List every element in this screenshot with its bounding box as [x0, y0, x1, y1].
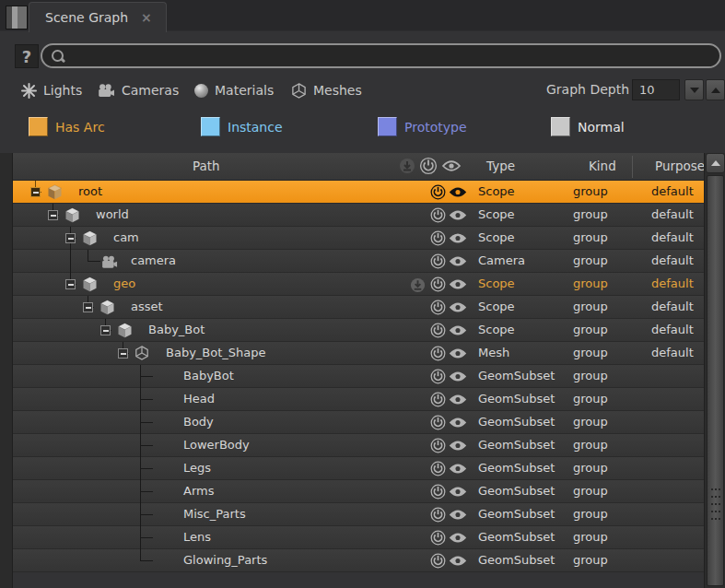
- tree-row[interactable]: LowerBody GeomSubsetgroup: [13, 434, 704, 457]
- expander-toggle[interactable]: [100, 325, 111, 335]
- row-path-label: camera: [131, 253, 176, 267]
- tree-row[interactable]: asset Scopegroupdefault: [13, 296, 704, 319]
- chevron-down-icon: [690, 88, 699, 93]
- kind-cell: group: [573, 276, 608, 290]
- filter-lights[interactable]: Lights: [21, 80, 82, 100]
- column-header-type[interactable]: Type: [486, 159, 515, 173]
- tab-close-icon[interactable]: ×: [141, 10, 152, 25]
- tree-row[interactable]: Misc_Parts GeomSubsetgroup: [13, 503, 704, 526]
- power-icon[interactable]: [430, 184, 446, 203]
- row-path-label: Arms: [183, 484, 214, 498]
- expander-toggle[interactable]: [118, 348, 128, 359]
- power-icon[interactable]: [430, 553, 446, 571]
- eye-icon[interactable]: [449, 255, 467, 270]
- eye-icon[interactable]: [449, 440, 467, 454]
- tree-left-gutter: [0, 153, 13, 588]
- tree-row[interactable]: camera Cameragroupdefault: [13, 250, 704, 273]
- tree-row[interactable]: BabyBot GeomSubsetgroup: [13, 365, 704, 388]
- eye-icon[interactable]: [449, 417, 467, 431]
- tree-row[interactable]: Body GeomSubsetgroup: [13, 411, 704, 434]
- tree-row[interactable]: Baby_Bot_Shape Meshgroupdefault: [13, 342, 704, 365]
- scrollbar-thumb[interactable]: [707, 175, 724, 586]
- filter-materials[interactable]: Materials: [194, 80, 274, 100]
- tree-row[interactable]: Lens GeomSubsetgroup: [13, 526, 704, 549]
- power-icon[interactable]: [430, 300, 446, 318]
- power-icon[interactable]: [430, 530, 446, 548]
- tree-row[interactable]: Legs GeomSubsetgroup: [13, 457, 704, 480]
- eye-icon[interactable]: [449, 555, 467, 570]
- tree-row[interactable]: Arms GeomSubsetgroup: [13, 480, 704, 503]
- power-icon[interactable]: [430, 438, 446, 456]
- tree-row[interactable]: world Scopegroupdefault: [13, 204, 704, 227]
- kind-cell: group: [573, 438, 608, 452]
- expander-toggle[interactable]: [65, 279, 76, 289]
- eye-icon[interactable]: [449, 370, 467, 385]
- help-button[interactable]: ?: [15, 44, 39, 68]
- expander-toggle[interactable]: [83, 302, 93, 312]
- purpose-cell: default: [651, 276, 694, 290]
- graph-depth-field[interactable]: 10: [632, 79, 680, 100]
- power-icon[interactable]: [430, 392, 446, 410]
- load-icon[interactable]: [409, 276, 427, 297]
- pane-layout-icon[interactable]: [6, 6, 28, 29]
- graph-depth-decrement-button[interactable]: [684, 79, 704, 100]
- search-input[interactable]: [65, 49, 719, 63]
- power-icon[interactable]: [430, 230, 446, 249]
- eye-icon[interactable]: [449, 278, 467, 293]
- expander-toggle[interactable]: [48, 210, 58, 220]
- column-header-kind[interactable]: Kind: [589, 159, 616, 173]
- eye-icon[interactable]: [449, 209, 467, 224]
- tree-row[interactable]: geo Scopegroupdefault: [13, 273, 704, 296]
- tree-row[interactable]: Head GeomSubsetgroup: [13, 388, 704, 411]
- power-icon[interactable]: [430, 346, 446, 364]
- search-box[interactable]: [41, 43, 721, 68]
- filter-meshes-label: Meshes: [313, 83, 362, 98]
- type-cell: GeomSubset: [478, 461, 555, 475]
- eye-icon[interactable]: [449, 532, 467, 547]
- kind-cell: group: [573, 484, 608, 498]
- scroll-up-button[interactable]: [706, 153, 725, 173]
- power-icon[interactable]: [430, 369, 446, 387]
- tab-scene-graph[interactable]: Scene Graph ×: [29, 2, 167, 32]
- eye-icon[interactable]: [449, 347, 467, 362]
- chevron-up-icon: [711, 88, 720, 93]
- tree-row[interactable]: root Scopegroupdefault: [13, 181, 704, 204]
- kind-cell: group: [573, 207, 608, 221]
- power-icon[interactable]: [430, 323, 446, 341]
- tree-row[interactable]: Baby_Bot Scopegroupdefault: [13, 319, 704, 342]
- eye-icon[interactable]: [449, 394, 467, 408]
- eye-icon[interactable]: [449, 301, 467, 316]
- eye-icon[interactable]: [449, 186, 467, 201]
- power-icon[interactable]: [430, 276, 446, 295]
- eye-icon[interactable]: [449, 232, 467, 247]
- expander-toggle[interactable]: [30, 187, 41, 197]
- power-icon[interactable]: [430, 415, 446, 433]
- kind-cell: group: [573, 461, 608, 475]
- eye-icon[interactable]: [449, 324, 467, 339]
- power-icon[interactable]: [430, 484, 446, 502]
- power-icon[interactable]: [430, 207, 446, 226]
- column-header-path[interactable]: Path: [193, 159, 220, 173]
- tree-branch-line: [140, 445, 153, 446]
- power-icon[interactable]: [430, 253, 446, 272]
- eye-icon[interactable]: [449, 463, 467, 477]
- legend-swatch: [378, 117, 397, 136]
- vertical-scrollbar[interactable]: [704, 153, 725, 588]
- power-icon[interactable]: [419, 157, 438, 178]
- row-path-label: cam: [113, 230, 139, 244]
- tree-row[interactable]: cam Scopegroupdefault: [13, 227, 704, 250]
- filter-meshes[interactable]: Meshes: [291, 80, 362, 100]
- power-icon[interactable]: [430, 461, 446, 479]
- filter-cameras[interactable]: Cameras: [98, 80, 179, 100]
- filter-cameras-label: Cameras: [122, 83, 179, 98]
- tree-row[interactable]: Glowing_Parts GeomSubsetgroup: [13, 549, 704, 572]
- eye-icon[interactable]: [449, 486, 467, 500]
- eye-icon[interactable]: [449, 509, 467, 523]
- power-icon[interactable]: [430, 507, 446, 525]
- eye-icon[interactable]: [441, 159, 462, 175]
- column-header-purpose[interactable]: Purpose: [655, 159, 705, 173]
- graph-depth-increment-button[interactable]: [706, 79, 725, 100]
- scrollbar-grip-dots: [710, 486, 721, 523]
- load-icon[interactable]: [398, 157, 416, 178]
- expander-toggle[interactable]: [65, 233, 76, 243]
